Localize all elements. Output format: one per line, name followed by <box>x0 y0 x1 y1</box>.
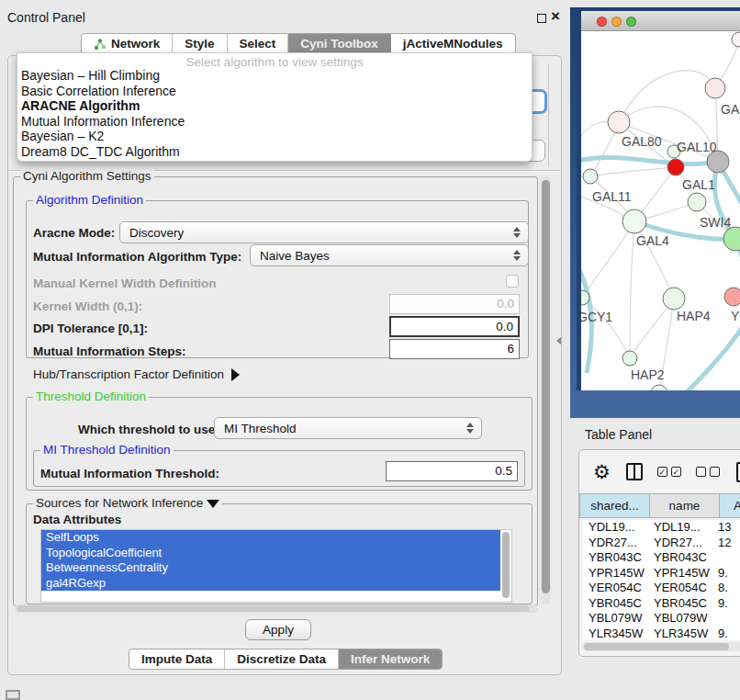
algorithm-dropdown-list[interactable]: Select algorithm to view settings Bayesi… <box>17 52 533 162</box>
split-pane-grip-icon[interactable] <box>556 337 561 344</box>
dock-icon[interactable] <box>6 690 20 700</box>
table-row[interactable]: YBR043CYBR043C <box>583 550 740 566</box>
node-hap2[interactable] <box>622 351 637 366</box>
tab-select[interactable]: Select <box>228 34 289 53</box>
network-edge[interactable] <box>619 71 715 122</box>
tab-network[interactable]: Network <box>82 34 173 53</box>
table-horizontal-scrollbar[interactable] <box>582 642 740 651</box>
table-row[interactable]: YDR27...YDR27...12 <box>583 536 740 551</box>
table-cell: 9. <box>716 627 740 641</box>
aracne-mode-label: Aracne Mode: <box>33 226 115 240</box>
scrollbar-thumb[interactable] <box>542 180 550 593</box>
tab-jactivemnodules[interactable]: jActiveMNodules <box>391 34 515 53</box>
node-label-hap2: HAP2 <box>631 367 665 382</box>
network-icon <box>94 38 107 51</box>
split-view-icon[interactable] <box>626 463 643 480</box>
node-gal11[interactable] <box>583 169 598 184</box>
node-gal1[interactable] <box>688 193 706 211</box>
aracne-mode-combo[interactable]: Discovery <box>119 221 529 243</box>
which-threshold-combo[interactable]: MI Threshold <box>214 417 482 439</box>
manual-kernel-width-checkbox[interactable] <box>506 275 519 288</box>
close-icon[interactable]: × <box>551 7 560 26</box>
group-title: Algorithm Definition <box>33 193 146 207</box>
network-edge[interactable] <box>678 327 740 390</box>
node-gal80[interactable] <box>608 111 630 133</box>
zoom-traffic-light-icon[interactable] <box>626 17 636 27</box>
column-header-3[interactable]: A <box>720 493 740 518</box>
mi-steps-label: Mutual Information Steps: <box>33 344 186 358</box>
data-attribute-item[interactable]: TopologicalCoefficient <box>41 546 500 561</box>
close-traffic-light-icon[interactable] <box>597 17 607 27</box>
control-panel-title: Control Panel <box>7 10 85 25</box>
table-row[interactable]: YLR345WYLR345W9. <box>583 627 740 641</box>
dropdown-option[interactable]: Basic Correlation Inference <box>17 84 532 99</box>
scrollbar-thumb[interactable] <box>17 605 529 612</box>
dropdown-option[interactable]: Dream8 DC_TDC Algorithm <box>17 144 532 160</box>
node-top-partial[interactable] <box>732 32 740 47</box>
dpi-tolerance-field[interactable]: 0.0 <box>389 316 520 337</box>
node-gal-pink[interactable] <box>705 78 725 98</box>
node-hap4[interactable] <box>663 288 685 310</box>
table-row[interactable]: YPR145WYPR145W9. <box>583 566 740 581</box>
which-threshold-label: Which threshold to use: <box>78 423 219 436</box>
tab-infer-network[interactable]: Infer Network <box>339 649 442 669</box>
network-view-window[interactable]: GALGAL80GAL10GAL1GAL11SWI4GAL4GCY1HAP4YH… <box>577 9 740 390</box>
application-screen: Control Panel × NetworkStyleSelectCyni T… <box>0 0 740 700</box>
table-row[interactable]: YBR045CYBR045C9. <box>583 596 740 612</box>
table-row[interactable]: YBL079WYBL079W <box>583 611 740 627</box>
table-cell: YPR145W <box>650 566 716 581</box>
node-gal4[interactable] <box>622 209 646 233</box>
tab-cyni-toolbox[interactable]: Cyni Toolbox <box>288 34 391 53</box>
dropdown-option[interactable]: Bayesian – Hill Climbing <box>17 68 532 84</box>
tab-impute-data[interactable]: Impute Data <box>129 649 225 669</box>
column-header-2[interactable]: name <box>650 493 720 518</box>
mi-algorithm-type-combo[interactable]: Naive Bayes <box>250 244 529 266</box>
dropdown-option[interactable]: Bayesian – K2 <box>17 129 532 144</box>
minimize-traffic-light-icon[interactable] <box>611 17 622 27</box>
gear-icon[interactable]: ⚙ <box>593 461 611 483</box>
column-header-1[interactable]: shared... <box>579 493 650 518</box>
mi-threshold-field[interactable]: 0.5 <box>386 461 518 481</box>
document-icon[interactable] <box>736 462 740 482</box>
unchecked-boxes-icon[interactable] <box>696 467 720 477</box>
network-edge[interactable] <box>630 221 634 358</box>
table-row[interactable]: YER054CYER054C8. <box>583 581 740 596</box>
tab-discretize-data[interactable]: Discretize Data <box>225 649 339 669</box>
data-attribute-item[interactable]: gal4RGexp <box>41 576 500 592</box>
group-title[interactable]: Sources for Network Inference <box>33 496 222 510</box>
dropdown-option[interactable]: Mutual Information Inference <box>17 114 532 130</box>
settings-vertical-scrollbar[interactable] <box>540 176 551 604</box>
checked-boxes-icon[interactable]: ✓✓ <box>657 467 681 477</box>
table-toolbar: ⚙ ✓✓ <box>579 450 740 493</box>
data-attributes-list[interactable]: SelfLoopsTopologicalCoefficientBetweenne… <box>40 529 512 603</box>
table-row[interactable]: YDL19...YDL19...13 <box>583 520 740 536</box>
hub-definition-label[interactable]: Hub/Transcription Factor Definition <box>33 367 240 381</box>
mi-threshold-label: Mutual Information Threshold: <box>40 467 219 480</box>
node-bottom[interactable] <box>651 385 667 390</box>
expand-arrow-icon[interactable] <box>231 368 240 381</box>
network-edge[interactable] <box>582 221 634 298</box>
dropdown-option[interactable]: ARACNE Algorithm <box>17 98 532 114</box>
data-attribute-item[interactable]: SelfLoops <box>41 530 500 546</box>
list-scrollbar[interactable] <box>502 532 510 598</box>
float-window-icon[interactable] <box>537 14 546 23</box>
collapse-arrow-icon[interactable] <box>207 500 219 508</box>
node-red[interactable] <box>667 159 684 175</box>
settings-horizontal-scrollbar[interactable] <box>15 604 538 613</box>
node-salmon[interactable] <box>724 288 740 306</box>
apply-button[interactable]: Apply <box>245 619 311 640</box>
table-cell: YDR27... <box>650 536 716 551</box>
scrollbar-thumb[interactable] <box>584 643 729 650</box>
network-window-titlebar[interactable] <box>581 11 740 31</box>
network-edge[interactable] <box>590 167 676 176</box>
node-label-y: Y <box>731 309 740 323</box>
tab-style[interactable]: Style <box>173 34 227 53</box>
table-cell: YDR27... <box>583 536 650 551</box>
data-attributes-label: Data Attributes <box>33 513 121 526</box>
network-edge[interactable] <box>581 157 718 164</box>
data-attribute-item[interactable]: BetweennessCentrality <box>41 560 500 576</box>
mi-steps-field[interactable]: 6 <box>389 339 520 359</box>
combo-spinner-icon <box>510 250 524 261</box>
network-canvas[interactable]: GALGAL80GAL10GAL1GAL11SWI4GAL4GCY1HAP4YH… <box>581 31 740 390</box>
kernel-width-field[interactable]: 0.0 <box>389 294 520 314</box>
